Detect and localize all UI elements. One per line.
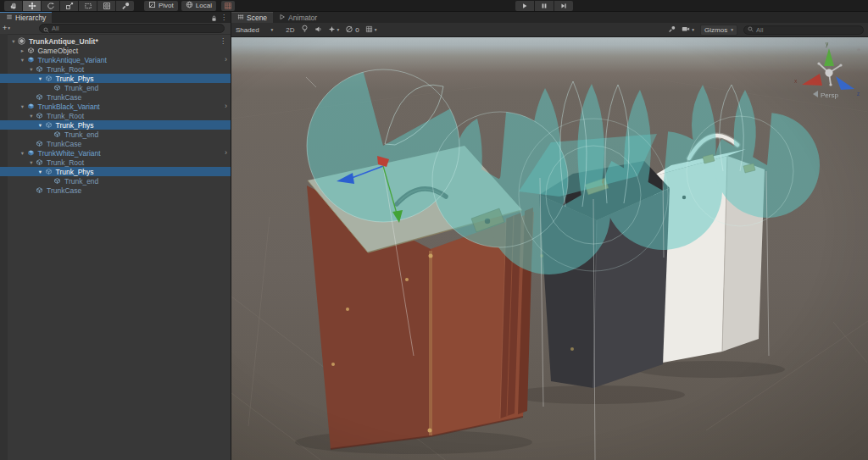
expand-arrow[interactable]: ▾ xyxy=(19,57,27,64)
hierarchy-panel-tools: ⋮ xyxy=(211,12,227,23)
object-icon xyxy=(45,168,53,176)
scene-tabbar: Scene Animator xyxy=(231,12,868,23)
shading-caret-icon: ▾ xyxy=(271,27,274,32)
expand-arrow[interactable]: ▾ xyxy=(36,75,45,82)
scene-viewport[interactable]: y x z Persp xyxy=(231,37,868,460)
step-button[interactable] xyxy=(554,1,573,11)
object-icon xyxy=(53,130,62,139)
hierarchy-row-trunk_root[interactable]: ▾Trunk_Root xyxy=(8,64,231,74)
hierarchy-scroll-gutter[interactable] xyxy=(0,34,8,460)
hierarchy-row-trunk_phys[interactable]: ▾Trunk_Phys xyxy=(8,167,231,176)
unity-editor-window: Pivot Local Hierarchy ⋮ + xyxy=(0,0,868,460)
hierarchy-row-trunk_end[interactable]: Trunk_end xyxy=(8,130,231,139)
prefab-open-chevron[interactable]: › xyxy=(225,103,227,110)
add-dropdown-caret-icon: ▾ xyxy=(8,26,10,31)
tool-group xyxy=(4,1,134,11)
expand-arrow[interactable]: ▾ xyxy=(19,103,27,110)
object-icon xyxy=(36,65,44,74)
scene-toolbar-right: ▾ Gizmos ▾ All xyxy=(668,25,864,36)
hierarchy-item-label: GameObject xyxy=(38,47,79,55)
2d-toggle-button[interactable]: 2D xyxy=(286,26,294,34)
hierarchy-row-trunk_end[interactable]: Trunk_end xyxy=(8,83,231,92)
tab-hierarchy[interactable]: Hierarchy xyxy=(0,12,52,23)
object-icon xyxy=(36,186,44,195)
gizmos-dropdown[interactable]: Gizmos ▾ xyxy=(700,25,737,36)
hierarchy-row-trunk_phys[interactable]: ▾Trunk_Phys xyxy=(8,74,231,83)
expand-arrow[interactable]: ▾ xyxy=(36,122,45,129)
hierarchy-item-label: Trunk_end xyxy=(64,130,98,139)
expand-arrow[interactable]: ▾ xyxy=(19,150,27,157)
effects-dropdown[interactable]: ▾ xyxy=(328,25,340,35)
tab-scene[interactable]: Scene xyxy=(231,12,273,23)
tab-animator[interactable]: Animator xyxy=(273,12,323,23)
expand-arrow[interactable]: ▾ xyxy=(27,66,36,73)
object-icon xyxy=(45,121,53,130)
hidden-count: 0 xyxy=(355,26,359,34)
audio-toggle-button[interactable] xyxy=(314,25,322,35)
search-icon xyxy=(748,26,754,34)
pivot-toggle-button[interactable]: Pivot xyxy=(144,1,178,11)
hierarchy-row-trunk_phys[interactable]: ▾Trunk_Phys xyxy=(8,120,231,130)
hierarchy-row-trunkwhite_variant[interactable]: ▾TrunkWhite_Variant› xyxy=(8,148,231,158)
move-tool-button[interactable] xyxy=(23,1,41,11)
object-icon xyxy=(36,158,44,167)
expand-arrow[interactable]: ▾ xyxy=(27,159,36,166)
expand-arrow[interactable]: ▾ xyxy=(36,169,45,175)
prefab-icon xyxy=(27,149,36,158)
rotate-tool-button[interactable] xyxy=(42,1,59,11)
hierarchy-item-label: Trunk_Root xyxy=(47,65,84,74)
scene-toolbar: Shaded ▾ 2D ▾ 0 ▾ ▾ xyxy=(231,23,868,37)
hierarchy-row-trunkblack_variant[interactable]: ▾TrunkBlack_Variant› xyxy=(8,102,231,111)
lighting-toggle-button[interactable] xyxy=(301,25,309,35)
hierarchy-row-trunkantique_variant[interactable]: ▾TrunkAntique_Variant› xyxy=(8,55,231,64)
lock-icon[interactable] xyxy=(211,10,217,25)
hierarchy-row-trunkantique_unlit-[interactable]: ▾TrunkAntique_Unlit*⋮ xyxy=(8,36,231,46)
scene-options-kebab-icon[interactable]: ⋮ xyxy=(220,38,226,45)
scene-canvas[interactable]: y x z Persp xyxy=(231,37,868,460)
panel-divider[interactable] xyxy=(231,12,231,460)
expand-arrow[interactable]: ▾ xyxy=(27,113,36,119)
prefab-open-chevron[interactable]: › xyxy=(225,149,227,157)
hierarchy-search-placeholder: All xyxy=(52,25,58,32)
hierarchy-item-label: Trunk_Phys xyxy=(56,121,94,130)
custom-tool-button[interactable] xyxy=(116,1,134,11)
hierarchy-row-trunk_end[interactable]: Trunk_end xyxy=(8,176,231,186)
hierarchy-row-trunk_root[interactable]: ▾Trunk_Root xyxy=(8,111,231,120)
scene-icon xyxy=(18,37,26,46)
scene-search-input[interactable]: All xyxy=(743,25,864,35)
hierarchy-item-label: TrunkWhite_Variant xyxy=(38,149,101,158)
scene-search-placeholder: All xyxy=(756,26,763,34)
object-icon xyxy=(45,75,53,83)
transform-tool-button[interactable] xyxy=(97,1,115,11)
pause-button[interactable] xyxy=(535,1,554,11)
hierarchy-search-input[interactable]: All xyxy=(39,24,225,33)
play-button[interactable] xyxy=(515,1,534,11)
grid-icon xyxy=(365,25,373,35)
hierarchy-row-trunkcase[interactable]: TrunkCase xyxy=(8,139,231,148)
add-object-button[interactable]: + ▾ xyxy=(3,25,10,32)
camera-dropdown[interactable]: ▾ xyxy=(682,25,694,34)
rect-tool-button[interactable] xyxy=(79,1,97,11)
hierarchy-item-label: Trunk_end xyxy=(64,177,98,186)
scale-tool-button[interactable] xyxy=(60,1,78,11)
object-icon xyxy=(53,177,62,186)
hierarchy-row-trunkcase[interactable]: TrunkCase xyxy=(8,186,231,195)
grid-snap-button[interactable] xyxy=(221,1,235,11)
tools-wrench-button[interactable] xyxy=(668,25,676,35)
collapse-arrow[interactable]: ▸ xyxy=(19,47,27,54)
hierarchy-row-trunk_root[interactable]: ▾Trunk_Root xyxy=(8,158,231,167)
grid-visibility-dropdown[interactable]: ▾ xyxy=(365,25,377,35)
panel-kebab-icon[interactable]: ⋮ xyxy=(220,14,227,21)
prefab-open-chevron[interactable]: › xyxy=(225,56,227,64)
local-icon xyxy=(186,1,193,10)
scene-visibility-toggle[interactable]: 0 xyxy=(345,25,359,35)
hierarchy-row-gameobject[interactable]: ▸GameObject xyxy=(8,46,231,55)
hierarchy-panel: Hierarchy ⋮ + ▾ All ▾TrunkAntique_Unlit*… xyxy=(0,12,231,460)
hierarchy-row-trunkcase[interactable]: TrunkCase xyxy=(8,92,231,102)
shading-mode-dropdown[interactable]: Shaded ▾ xyxy=(236,26,273,34)
viewport-vignette xyxy=(231,37,868,460)
expand-arrow[interactable]: ▾ xyxy=(9,38,18,45)
hand-tool-button[interactable] xyxy=(4,1,22,11)
camera-icon xyxy=(682,25,690,34)
plus-icon: + xyxy=(3,25,7,32)
